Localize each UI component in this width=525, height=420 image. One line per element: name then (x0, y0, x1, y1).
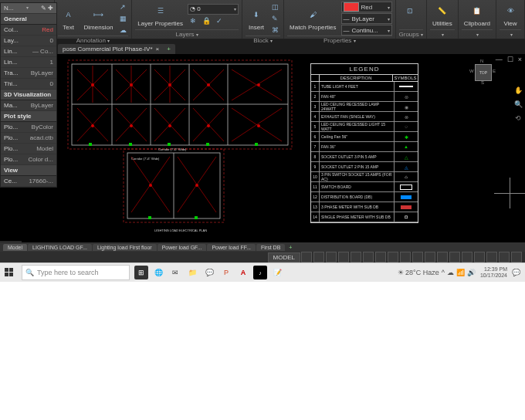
layout-tab[interactable]: First DB (256, 244, 285, 251)
weather-widget[interactable]: ☀ 28°C Haze (398, 269, 439, 276)
viewcube-s[interactable]: S (481, 80, 484, 85)
prop-row[interactable]: Lay...0 (1, 36, 56, 46)
quickprops-toggle[interactable] (462, 252, 472, 262)
add-layout-icon[interactable]: + (286, 245, 295, 250)
viewcube[interactable]: N S E W TOP (471, 60, 494, 83)
grid-toggle[interactable] (301, 252, 312, 262)
legend-row: 2FAN 48"⊛ (311, 92, 418, 102)
edit-block-icon[interactable]: ✎ (269, 13, 280, 24)
drawing-tab[interactable]: pose Commercial Plot Phase-IV* × + (58, 44, 175, 54)
lwt-toggle[interactable] (375, 252, 386, 262)
prop-header-general[interactable]: General (1, 14, 56, 25)
dimension-button[interactable]: ⟼Dimension (82, 5, 116, 32)
layout-tab[interactable]: Power load GF... (158, 244, 207, 251)
cycling-toggle[interactable] (400, 252, 411, 262)
insert-button[interactable]: ⬇Insert (246, 5, 267, 32)
model-space-button[interactable]: MODEL (268, 252, 300, 262)
layer-match-icon[interactable]: ✓ (214, 15, 225, 26)
viewcube-top[interactable]: TOP (475, 64, 492, 81)
utilities-button[interactable]: 📏Utilities (430, 2, 455, 28)
mail-icon[interactable]: ✉ (168, 266, 182, 279)
tray-chevron-icon[interactable]: ^ (442, 269, 445, 276)
whatsapp-icon[interactable]: 💬 (202, 266, 216, 279)
monitor-toggle[interactable] (437, 252, 448, 262)
start-button[interactable] (0, 263, 19, 282)
drawing-canvas[interactable]: — ☐ × (0, 54, 525, 251)
customize-toggle[interactable] (511, 252, 522, 262)
table-icon[interactable]: ▦ (117, 13, 128, 24)
layer-dropdown[interactable]: ◔ 0 ▾ (188, 4, 239, 15)
viewcube-n[interactable]: N (480, 59, 483, 63)
group-button[interactable]: ⊡ (399, 2, 421, 20)
wifi-icon[interactable]: 📶 (456, 269, 465, 276)
tiktok-icon[interactable]: ♪ (253, 266, 267, 279)
ortho-toggle[interactable] (326, 252, 337, 262)
text-button[interactable]: AText (58, 5, 80, 32)
layout-tab[interactable]: LIGHTING LOAD GF... (28, 244, 92, 251)
orbit-icon[interactable]: ⟲ (513, 113, 523, 124)
app-icon[interactable]: 📝 (270, 266, 284, 279)
new-tab-icon[interactable]: + (167, 46, 171, 52)
explorer-icon[interactable]: 📁 (185, 266, 199, 279)
anno-toggle[interactable] (412, 252, 423, 262)
autocad-icon[interactable]: A (236, 266, 250, 279)
prop-row[interactable]: Plo...Color d... (1, 154, 56, 165)
polar-toggle[interactable] (338, 252, 349, 262)
maximize-icon[interactable]: ☐ (507, 56, 513, 63)
prop-row[interactable]: Lin...1 (1, 57, 56, 68)
prop-header-view[interactable]: View (1, 165, 56, 176)
linetype-dropdown[interactable]: — Continu...▾ (341, 25, 392, 36)
sound-icon[interactable]: 🔊 (467, 269, 476, 276)
pan-icon[interactable]: ✋ (513, 85, 523, 96)
snap-toggle[interactable] (313, 252, 324, 262)
close-tab-icon[interactable]: × (156, 46, 160, 52)
powerpoint-icon[interactable]: P (219, 266, 233, 279)
onedrive-icon[interactable]: ☁ (447, 269, 454, 276)
prop-row[interactable]: Ce...17660-... (1, 176, 56, 187)
close-icon[interactable]: × (518, 56, 522, 63)
layout-tab[interactable]: Lighting load First floor (93, 244, 157, 251)
match-properties-button[interactable]: 🖌Match Properties (287, 5, 338, 32)
taskview-icon[interactable]: ⊞ (134, 266, 148, 279)
prop-header-3d[interactable]: 3D Visualization (1, 90, 56, 100)
prop-row[interactable]: Ma...ByLayer (1, 100, 56, 111)
attr-icon[interactable]: ⌘ (269, 25, 280, 36)
taskbar-clock[interactable]: 12:39 PM10/17/2024 (478, 266, 510, 279)
prop-row[interactable]: Plo...ByColor (1, 122, 56, 133)
edge-icon[interactable]: 🌐 (151, 266, 165, 279)
clean-toggle[interactable] (499, 252, 510, 262)
layer-freeze-icon[interactable]: ❄ (188, 15, 198, 26)
otrack-toggle[interactable] (363, 252, 374, 262)
isolate-toggle[interactable] (474, 252, 485, 262)
notifications-icon[interactable]: 💬 (512, 269, 520, 276)
prop-row[interactable]: Plo...Model (1, 144, 56, 154)
hw-toggle[interactable] (486, 252, 497, 262)
clipboard-button[interactable]: 📋Clipboard (462, 2, 493, 28)
view-button[interactable]: 👁View (500, 2, 521, 28)
workspace-toggle[interactable] (425, 252, 435, 262)
units-toggle[interactable] (449, 252, 460, 262)
prop-noselection[interactable]: N...▾✎ ✚ (1, 3, 56, 14)
zoom-icon[interactable]: 🔍 (513, 99, 523, 110)
prop-header-plot[interactable]: Plot style (1, 111, 56, 122)
layer-properties-button[interactable]: ☰Layer Properties (135, 2, 185, 28)
minimize-icon[interactable]: — (496, 56, 503, 63)
cloud-icon[interactable]: ☁ (117, 25, 128, 36)
transparency-toggle[interactable] (388, 252, 398, 262)
viewcube-e[interactable]: E (493, 69, 496, 73)
layout-tab[interactable]: Power load FF... (207, 244, 256, 251)
prop-row[interactable]: Thi...0 (1, 79, 56, 90)
taskbar-search[interactable]: 🔍 Type here to search (22, 265, 130, 280)
prop-row[interactable]: Col...Red (1, 25, 56, 36)
lineweight-dropdown[interactable]: — ByLayer▾ (341, 13, 392, 24)
layout-tab[interactable]: Model (3, 244, 27, 251)
prop-row[interactable]: Lin...— Co... (1, 46, 56, 57)
color-dropdown[interactable]: Red▾ (341, 2, 392, 12)
prop-row[interactable]: Tra...ByLayer (1, 68, 56, 79)
leader-icon[interactable]: ↗ (117, 2, 128, 12)
create-block-icon[interactable]: ◫ (269, 2, 280, 12)
viewcube-w[interactable]: W (469, 69, 474, 73)
osnap-toggle[interactable] (351, 252, 361, 262)
layer-lock-icon[interactable]: 🔒 (201, 15, 212, 26)
prop-row[interactable]: Plo...acad.ctb (1, 133, 56, 144)
